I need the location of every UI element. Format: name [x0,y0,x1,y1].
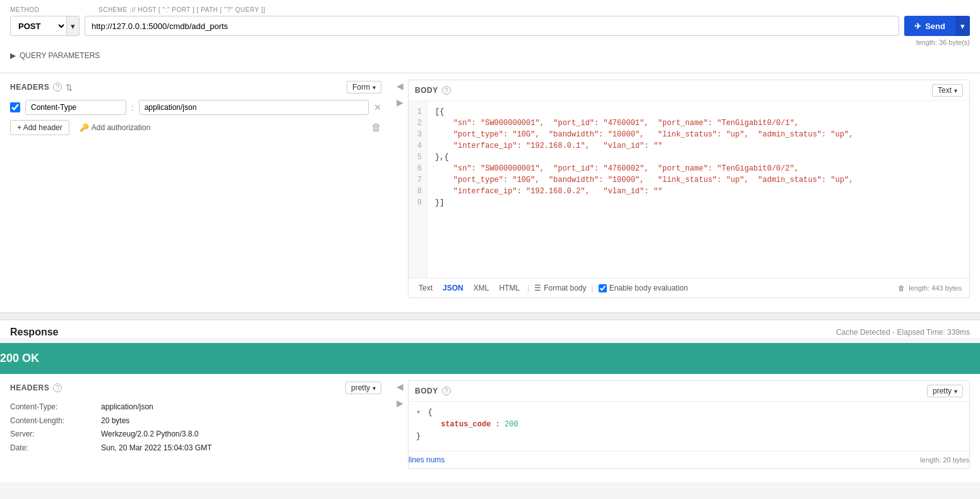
chevron-down-icon: ▾ [71,21,75,31]
resp-header-server: Server: Werkzeug/2.0.2 Python/3.8.0 [10,428,381,442]
response-body-panel: BODY ? pretty ▾ ▾ { status_code : 200 } [408,374,980,475]
collapse-left-button[interactable]: ◀ [395,80,405,92]
resp-header-key: Date: [10,442,99,455]
method-dropdown[interactable]: POST GET PUT DELETE [11,16,66,35]
response-headers-info-icon: ? [53,383,62,392]
cache-info: Cache Detected - Elapsed Time: 339ms [836,328,970,337]
add-auth-label: Add authorization [92,123,150,132]
line-numbers: 12345 6789 [409,101,427,278]
body-format-label: Text [938,86,952,95]
body-top-bar: BODY ? Text ▾ [409,80,969,101]
status-code-value: 200 [505,420,518,429]
header-checkbox[interactable] [10,102,20,112]
body-panel-title: BODY [415,86,438,95]
chevron-down-icon-send: ▾ [960,21,965,31]
send-dropdown-button[interactable]: ▾ [955,16,970,36]
resp-header-val: 20 bytes [101,414,129,428]
add-header-button[interactable]: + Add header [10,120,69,135]
collapse-right-button[interactable]: ▶ [395,96,405,109]
method-select[interactable]: POST GET PUT DELETE ▾ [10,16,80,36]
query-params-label: QUERY PARAMETERS [20,51,100,60]
resp-collapse-right-button[interactable]: ▶ [395,397,405,409]
json-colon: : [496,420,505,429]
format-tab-json[interactable]: JSON [440,282,466,294]
send-button[interactable]: ✈ Send [904,16,955,36]
query-params-toggle[interactable]: ▶ QUERY PARAMETERS [10,49,970,63]
send-label: Send [925,21,945,31]
format-body-button[interactable]: ☰ Format body [534,284,586,292]
url-input[interactable] [85,16,899,36]
method-label: METHOD [10,6,99,13]
header-actions: + Add header 🔑 Add authorization 🗑 [10,120,381,135]
body-byte-info: 🗑 length: 443 bytes [898,284,962,292]
body-footer: Text JSON XML HTML | ☰ Format body | Ena… [409,278,969,298]
enable-body-evaluation-checkbox[interactable] [599,284,607,292]
response-body-code[interactable]: ▾ { status_code : 200 } [409,402,969,448]
response-headers-format-label: pretty [351,383,370,392]
status-bar: 200 OK [0,343,980,374]
response-title: Response [10,327,58,338]
resp-collapse-left-button[interactable]: ◀ [395,380,405,393]
chevron-down-icon-resp-body: ▾ [954,388,957,395]
resp-header-content-length: Content-Length: 20 bytes [10,414,381,428]
body-format-dropdown[interactable]: Text ▾ [932,84,963,97]
response-panel-collapse-arrows: ◀ ▶ [391,374,408,475]
resp-header-val: application/json [101,400,153,414]
resp-body-format-label: pretty [933,387,952,395]
key-icon: 🔑 [80,123,89,132]
lines-nums-button[interactable]: lines nums [409,455,445,464]
format-icon: ☰ [534,284,541,292]
divider2: | [592,284,594,292]
format-tab-xml[interactable]: XML [471,282,492,294]
body-info-icon: ? [442,86,451,95]
divider: | [527,284,529,292]
resp-body-format-dropdown[interactable]: pretty ▾ [927,385,963,397]
resp-byte-info: length: 20 bytes [920,456,969,464]
header-value-input[interactable] [139,100,369,115]
collapse-toggle[interactable]: ▾ [416,408,421,417]
delete-all-headers-button[interactable]: 🗑 [371,122,381,133]
headers-sort-icon[interactable]: ⇅ [66,83,73,92]
headers-panel: HEADERS ? ⇅ Form ▾ : ✕ + Add header 🔑 Ad… [0,73,391,304]
headers-info-icon: ? [53,83,62,92]
header-key-input[interactable] [25,100,126,115]
enable-body-evaluation-label[interactable]: Enable body evaluation [599,284,688,292]
enable-eval-text: Enable body evaluation [609,284,688,292]
send-icon: ✈ [914,21,921,31]
scheme-label: SCHEME :// HOST [ ":" PORT ] [ PATH [ "?… [99,6,265,13]
format-body-label: Format body [544,284,586,292]
body-code-content[interactable]: [{ "sn": "SW000000001", "port_id": "4760… [427,101,969,278]
response-headers-format-dropdown[interactable]: pretty ▾ [345,382,381,394]
format-tab-html[interactable]: HTML [496,282,522,294]
trash-icon-body[interactable]: 🗑 [898,284,905,292]
resp-body-top-bar: BODY ? pretty ▾ [409,381,969,402]
body-code-editor[interactable]: 12345 6789 [{ "sn": "SW000000001", "port… [409,101,969,278]
chevron-down-icon-resp-headers: ▾ [373,385,376,392]
chevron-right-icon: ▶ [10,51,16,60]
resp-header-key: Server: [10,428,99,442]
chevron-down-icon-headers: ▾ [373,84,376,91]
body-panel: BODY ? Text ▾ 12345 6789 [{ "sn": "SW000… [408,73,980,304]
method-dropdown-arrow[interactable]: ▾ [66,16,79,35]
format-tab-text[interactable]: Text [416,282,435,294]
response-headers-title: HEADERS [10,383,49,392]
chevron-down-icon-body: ▾ [954,87,957,94]
response-section: Response Cache Detected - Elapsed Time: … [0,320,980,338]
resp-header-content-type: Content-Type: application/json [10,400,381,414]
response-header-row: Response Cache Detected - Elapsed Time: … [10,327,970,338]
headers-format-label: Form [352,83,370,92]
resp-body-info-icon: ? [442,387,451,395]
headers-format-dropdown[interactable]: Form ▾ [347,81,381,93]
delete-header-button[interactable]: ✕ [374,102,381,112]
body-format-tabs: Text JSON XML HTML | ☰ Format body | Ena… [416,282,688,294]
length-info: length: 36 byte(s) [10,39,970,46]
send-button-group: ✈ Send ▾ [904,16,970,36]
status-code-key: status_code [441,420,491,429]
resp-body-title: BODY [415,387,438,395]
resp-header-key: Content-Length: [10,414,99,428]
panel-collapse-arrows: ◀ ▶ [391,73,408,304]
resp-body-footer: lines nums length: 20 bytes [409,451,969,468]
section-divider [0,313,980,320]
response-headers-list: Content-Type: application/json Content-L… [10,400,381,455]
add-authorization-button[interactable]: 🔑 Add authorization [75,121,155,135]
